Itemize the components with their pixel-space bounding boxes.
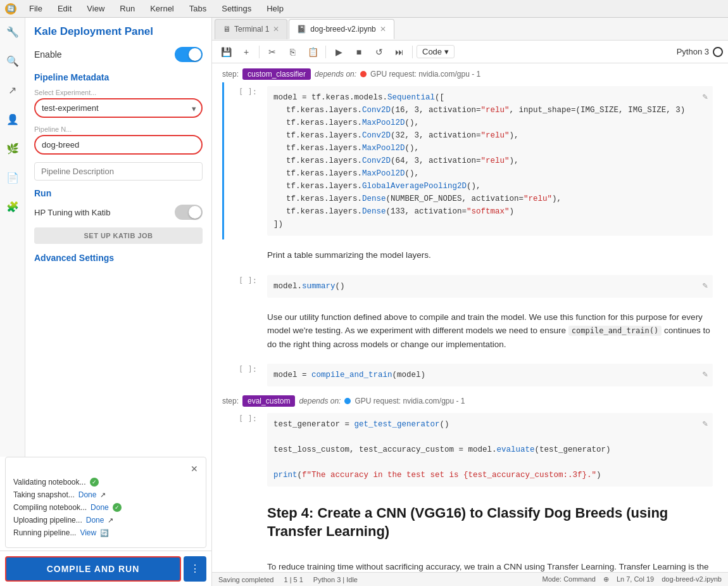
toolbar-save[interactable]: 💾 [217,43,235,61]
cell-content-4[interactable]: test_generator = get_test_generator() te… [262,409,718,490]
compile-run-button[interactable]: COMPILE AND RUN [5,556,181,582]
cell-content-3[interactable]: model = compile_and_train(model) ✎ [262,360,718,390]
cell-gutter-text-1 [224,239,262,271]
cell-gutter-text-3 [224,551,262,572]
sidebar-icon-file[interactable]: 📄 [4,169,22,186]
cell-text-summary: Print a table summarizing the model laye… [222,239,718,271]
pipeline-name-input[interactable]: dog-breed [34,135,203,155]
notebook-content: step: custom_classifier depends on: GPU … [212,63,728,572]
toolbar-cut[interactable]: ✂ [263,43,281,61]
chevron-down-icon: ▾ [444,47,449,56]
sidebar-icon-col: 🔧 🔍 ↗ 👤 🌿 📄 🧩 [0,18,25,457]
status-ext-uploading: ↗ [108,516,113,525]
kernel-status-icon [713,47,723,57]
experiment-label: Select Experiment... [34,89,203,96]
enable-toggle[interactable] [175,47,203,62]
code-block-2: model.summary() ✎ [267,275,713,298]
sidebar-icon-git[interactable]: ↗ [4,81,22,99]
status-bar: Saving completed 1 | 5 1 Python 3 | Idle… [212,572,728,586]
cell-model-summary: [ ]: model.summary() ✎ [222,271,718,302]
hp-tuning-toggle[interactable] [175,205,203,220]
code-block-4: test_generator = get_test_generator() te… [267,413,713,487]
app-icon: 🔄 [5,3,16,15]
hp-tuning-label: HP Tuning with Katib [34,208,110,217]
menu-settings[interactable]: Settings [219,3,254,15]
statusbar-left: Saving completed [218,576,273,583]
menu-kernel[interactable]: Kernel [147,3,177,15]
status-row-compiling: Compiling notebook... Done ✓ [13,503,198,512]
statusbar-mode: Mode: Command [543,575,596,583]
toolbar-restart[interactable]: ↺ [370,43,388,61]
cell-content-2[interactable]: model.summary() ✎ [262,271,718,302]
experiment-select-wrapper: test-experiment [34,98,203,118]
toolbar-stop[interactable]: ■ [350,43,368,61]
notebook-icon: 📓 [297,25,306,34]
sidebar-icon-puzzle[interactable]: 🧩 [4,198,22,215]
status-row-running: Running pipeline... View 🔄 [13,528,198,537]
step-badge-row-2: step: eval_custom depends on: GPU reques… [222,390,718,409]
edit-icon-4[interactable]: ✎ [703,417,708,431]
menu-file[interactable]: File [27,3,45,15]
sidebar-icon-top[interactable]: 🔧 [4,23,22,41]
sidebar-icon-search[interactable]: 🔍 [4,52,22,70]
gpu-text-1: GPU request: nvidia.com/gpu - 1 [370,70,480,79]
status-link-uploading[interactable]: Done [86,516,104,525]
tab-notebook[interactable]: 📓 dog-breed-v2.ipynb ✕ [289,19,394,39]
toolbar-restart-run[interactable]: ⏭ [391,43,408,61]
tab-terminal-close[interactable]: ✕ [273,25,279,34]
edit-icon-3[interactable]: ✎ [703,367,708,381]
status-text-snapshot: Taking snapshot... [13,490,75,499]
toolbar-cell-type[interactable]: Code ▾ [417,45,455,58]
text-transfer: To reduce training time without sacrific… [267,555,713,572]
run-section: Run HP Tuning with Katib SET UP KATIB JO… [34,188,203,244]
toolbar: 💾 + ✂ ⎘ 📋 ▶ ■ ↺ ⏭ Code ▾ Python 3 [212,41,728,63]
cell-content-1[interactable]: model = tf.keras.models.Sequential([ tf.… [262,82,718,239]
katib-btn[interactable]: SET UP KATIB JOB [34,227,203,244]
cell-gutter-text-2 [224,302,262,360]
toggle-knob [189,48,201,61]
status-panel-wrapper: ✕ Validating notebook... ✓ Taking snapsh… [0,457,211,548]
tab-terminal[interactable]: 🖥 Terminal 1 ✕ [215,19,287,39]
compile-more-button[interactable]: ⋮ [184,556,206,582]
notebook: step: custom_classifier depends on: GPU … [212,63,728,572]
terminal-icon: 🖥 [223,25,230,34]
status-panel-close[interactable]: ✕ [191,464,198,474]
experiment-input[interactable]: test-experiment [34,98,203,118]
menu-help[interactable]: Help [264,3,286,15]
toolbar-run[interactable]: ▶ [330,43,348,61]
menu-tabs[interactable]: Tabs [187,3,209,15]
status-link-snapshot[interactable]: Done [78,490,97,499]
edit-icon-2[interactable]: ✎ [703,279,708,293]
text-summary: Print a table summarizing the model laye… [267,243,713,267]
status-link-running[interactable]: View [80,528,96,537]
sidebar-icon-kale[interactable]: 🌿 [4,139,22,157]
code-block-3: model = compile_and_train(model) ✎ [267,364,713,386]
toolbar-copy[interactable]: ⎘ [284,43,301,61]
sidebar-icon-user[interactable]: 👤 [4,110,22,128]
toolbar-sep3 [412,46,413,58]
pipeline-desc-input[interactable] [34,162,203,181]
status-text-validating: Validating notebook... [13,478,86,487]
status-ext-snapshot: ↗ [100,491,106,499]
cell-content-heading: Step 4: Create a CNN (VGG16) to Classify… [262,490,718,551]
statusbar-encoding: ⊕ [603,575,609,583]
status-link-compiling[interactable]: Done [91,503,109,512]
menu-edit[interactable]: Edit [55,3,74,15]
step-label-1: step: [222,70,239,79]
status-row-uploading: Uploading pipeline... Done ↗ [13,516,198,525]
statusbar-right: Mode: Command ⊕ Ln 7, Col 19 dog-breed-v… [543,575,722,583]
menu-view[interactable]: View [84,3,107,15]
statusbar-ln-col: Ln 7, Col 19 [617,575,654,583]
toolbar-paste[interactable]: 📋 [304,43,322,61]
step-badge-custom-classifier: custom_classifier [242,68,311,80]
cell-text-transfer: To reduce training time without sacrific… [222,551,718,572]
depends-dot-1 [360,71,367,77]
edit-icon-1[interactable]: ✎ [703,90,708,104]
toolbar-add[interactable]: + [237,43,255,61]
menu-run[interactable]: Run [117,3,137,15]
sidebar-content: Kale Deployment Panel Enable Pipeline Me… [25,18,211,457]
depends-on-label-1: depends on: [315,70,356,79]
toolbar-sep1 [259,46,260,58]
tab-notebook-close[interactable]: ✕ [380,25,386,34]
enable-label: Enable [34,49,62,60]
